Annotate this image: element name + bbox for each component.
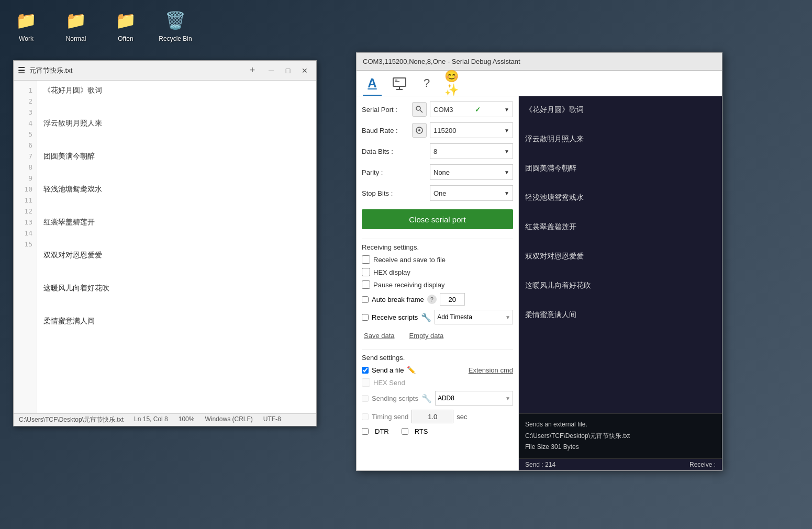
send-file-edit-icon[interactable]: ✏️: [407, 366, 416, 374]
often-folder-icon: 📁: [113, 8, 138, 33]
baud-rate-label: Baud Rate :: [362, 127, 409, 134]
notepad-zoom: 100%: [179, 415, 195, 424]
help-toolbar-icon[interactable]: ?: [417, 74, 436, 93]
scripts-option-arrow: ▼: [505, 396, 510, 401]
settings-divider-1: [362, 239, 513, 239]
receive-line-11: 双双对对恩恩爱爱: [525, 249, 716, 263]
desktop-icon-normal[interactable]: 📁 Normal: [55, 5, 97, 45]
auto-break-help-icon[interactable]: ?: [427, 295, 437, 304]
timestamp-select[interactable]: Add Timesta ▼: [435, 310, 513, 324]
timing-send-label: Timing send: [372, 413, 408, 421]
timing-send-checkbox[interactable]: [362, 413, 369, 420]
emoji-toolbar-icon[interactable]: 😊✨: [444, 74, 463, 93]
normal-icon-label: Normal: [66, 35, 86, 42]
pause-display-row: Pause receiving display: [362, 280, 513, 289]
normal-folder-icon: 📁: [63, 8, 88, 33]
serial-statusbar: Send : 214 Receive :: [519, 458, 722, 470]
auto-break-row: Auto break frame ? 20: [362, 293, 513, 306]
serial-port-row: Serial Port : COM3 ✓ ▼: [362, 102, 513, 117]
rts-checkbox[interactable]: [402, 428, 408, 435]
baud-rate-select[interactable]: 115200 ▼: [430, 122, 513, 138]
auto-break-checkbox[interactable]: [362, 296, 369, 303]
baud-rate-icon[interactable]: [412, 123, 427, 138]
send-file-row: Send a file ✏️ Extension cmd: [362, 366, 513, 374]
notepad-line-ending: Windows (CRLF): [205, 415, 252, 424]
hex-display-checkbox[interactable]: [362, 268, 370, 276]
recycle-bin-icon: 🗑️: [163, 8, 188, 33]
notepad-add-tab-button[interactable]: +: [245, 64, 260, 77]
empty-data-button[interactable]: Empty data: [407, 331, 446, 341]
notepad-content: 12345 678910 1112131415 《花好月圆》歌词 浮云散明月照人…: [14, 81, 316, 413]
data-bits-select[interactable]: 8 ▼: [430, 143, 513, 159]
serial-port-select[interactable]: COM3 ✓ ▼: [430, 102, 513, 117]
receive-line-5: 团圆美满今朝醉: [525, 161, 716, 175]
receive-line-12: [525, 264, 716, 277]
baud-rate-row: Baud Rate : 115200 ▼: [362, 122, 513, 138]
serial-port-label: Serial Port :: [362, 106, 409, 114]
receive-line-3: 浮云散明月照人来: [525, 132, 716, 145]
notepad-close-button[interactable]: ✕: [297, 64, 312, 77]
receive-line-6: [525, 176, 716, 189]
baud-rate-value: 115200: [433, 127, 456, 134]
notepad-menu-icon[interactable]: ☰: [18, 65, 25, 75]
sending-scripts-checkbox[interactable]: [362, 395, 369, 402]
serial-port-value: COM3: [433, 106, 453, 114]
save-data-button[interactable]: Save data: [362, 331, 397, 341]
settings-panel: Serial Port : COM3 ✓ ▼ Baud Rate :: [357, 96, 519, 470]
connect-serial-button[interactable]: Close serial port: [362, 209, 513, 229]
desktop-icons: 📁 Work 📁 Normal 📁 Often 🗑️ Recycle Bin: [5, 5, 196, 45]
receive-scripts-edit-icon[interactable]: 🔧: [421, 312, 431, 322]
receive-save-label: Receive and save to file: [373, 256, 446, 264]
receive-line-9: 红裳翠盖碧莲开: [525, 220, 716, 233]
desktop-icon-often[interactable]: 📁 Often: [105, 5, 147, 45]
baud-rate-arrow: ▼: [504, 128, 509, 133]
stop-bits-row: Stop Bits : One ▼: [362, 185, 513, 201]
notepad-title: 元宵节快乐.txt: [29, 66, 245, 75]
dtr-checkbox[interactable]: [362, 428, 369, 435]
receive-line-1: 《花好月圆》歌词: [525, 103, 716, 116]
data-bits-row: Data Bits : 8 ▼: [362, 143, 513, 159]
receive-save-row: Receive and save to file: [362, 255, 513, 264]
file-info-panel: Sends an external file. C:\Users\TCF\Des…: [519, 413, 722, 458]
screen-toolbar-icon[interactable]: [390, 74, 409, 93]
auto-break-value-input[interactable]: 20: [440, 293, 465, 306]
parity-row: Parity : None ▼: [362, 164, 513, 180]
hex-send-checkbox[interactable]: [362, 378, 370, 387]
scripts-option-select[interactable]: ADD8 ▼: [435, 391, 513, 406]
notepad-maximize-button[interactable]: □: [281, 64, 295, 77]
serial-port-scan-icon[interactable]: [412, 102, 427, 117]
receive-save-checkbox[interactable]: [362, 255, 370, 264]
auto-break-label: Auto break frame: [372, 296, 424, 303]
parity-label: Parity :: [362, 168, 409, 176]
hex-send-row: HEX Send: [362, 378, 513, 387]
svg-point-8: [418, 129, 420, 131]
receive-scripts-checkbox[interactable]: [362, 314, 369, 321]
svg-rect-0: [393, 78, 406, 86]
receive-panel: 《花好月圆》歌词 浮云散明月照人来 团圆美满今朝醉 轻浅池塘鸳鸯戏水 红裳翠盖碧…: [519, 96, 722, 470]
extension-cmd-button[interactable]: Extension cmd: [469, 366, 513, 374]
rts-label: RTS: [415, 427, 428, 435]
notepad-minimize-button[interactable]: ─: [264, 64, 279, 77]
font-toolbar-icon[interactable]: A: [363, 74, 382, 93]
stop-bits-label: Stop Bits :: [362, 189, 409, 197]
timestamp-arrow: ▼: [505, 314, 510, 320]
pause-display-checkbox[interactable]: [362, 280, 370, 289]
data-buttons-row: Save data Empty data: [362, 329, 513, 343]
desktop-icon-recycle[interactable]: 🗑️ Recycle Bin: [154, 5, 196, 45]
parity-select[interactable]: None ▼: [430, 164, 513, 180]
stop-bits-select[interactable]: One ▼: [430, 185, 513, 201]
often-icon-label: Often: [118, 35, 133, 42]
work-folder-icon: 📁: [14, 8, 39, 33]
receive-line-10: [525, 234, 716, 248]
notepad-filepath: C:\Users\TCF\Desktop\元宵节快乐.txt: [19, 415, 124, 424]
stop-bits-arrow: ▼: [504, 190, 509, 196]
send-file-checkbox[interactable]: [362, 367, 369, 374]
desktop-icon-work[interactable]: 📁 Work: [5, 5, 47, 45]
serial-port-arrow: ▼: [504, 107, 509, 112]
receive-line-4: [525, 147, 716, 160]
pause-display-label: Pause receiving display: [373, 281, 445, 289]
notepad-text-area[interactable]: 《花好月圆》歌词 浮云散明月照人来 团圆美满今朝醉 轻浅池塘鸳鸯戏水 红裳翠盖碧…: [37, 81, 316, 413]
receive-line-13: 这暖风儿向着好花吹: [525, 278, 716, 292]
receive-scripts-row: Receive scripts 🔧 Add Timesta ▼: [362, 310, 513, 324]
timing-value-input[interactable]: 1.0: [411, 410, 453, 423]
